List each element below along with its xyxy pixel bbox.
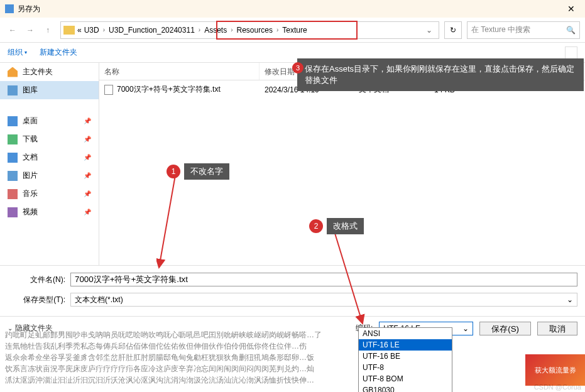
folder-icon xyxy=(63,26,75,35)
bc-chevrons[interactable]: « xyxy=(77,26,82,35)
bc-dropdown[interactable]: ⌄ xyxy=(422,26,436,35)
sidebar-label: 下载 xyxy=(23,134,38,144)
up-button[interactable]: ↑ xyxy=(40,23,55,38)
view-button[interactable] xyxy=(565,46,577,59)
sidebar-item-music[interactable]: 音乐📌 xyxy=(0,185,99,203)
bc-item-1[interactable]: U3D_Function_20240311 xyxy=(106,26,197,35)
bc-item-2[interactable]: Assets xyxy=(202,26,229,35)
sidebar-item-down[interactable]: 下载📌 xyxy=(0,130,99,148)
encoding-dropdown: ANSIUTF-16 LEUTF-16 BEUTF-8UTF-8 BOMGB18… xyxy=(358,327,452,392)
annotation-1: 1 不改名字 xyxy=(167,163,229,180)
bc-sep: › xyxy=(102,26,106,33)
down-icon xyxy=(8,134,18,144)
bc-item-0[interactable]: U3D xyxy=(82,26,102,35)
sidebar-label: 视频 xyxy=(23,207,38,217)
encoding-option[interactable]: UTF-8 xyxy=(359,362,452,373)
search-icon: 🔍 xyxy=(566,26,576,35)
refresh-button[interactable]: ↻ xyxy=(444,21,462,39)
annotation-2: 2 改格式 xyxy=(309,218,364,234)
pin-icon: 📌 xyxy=(84,136,91,143)
bc-sep: › xyxy=(229,26,234,33)
search-placeholder: 在 Texture 中搜索 xyxy=(471,24,530,35)
sidebar-label: 桌面 xyxy=(23,116,38,126)
annotation-badge-3: 3 xyxy=(292,62,303,74)
new-folder-button[interactable]: 新建文件夹 xyxy=(40,47,77,58)
sidebar: 主文件夹图库桌面📌下载📌文档📌图片📌音乐📌视频📌 xyxy=(0,63,99,265)
annotation-badge-2: 2 xyxy=(309,219,323,233)
type-value: 文本文档(*.txt) xyxy=(75,295,123,305)
encoding-option[interactable]: UTF-8 BOM xyxy=(359,373,452,384)
doc-icon xyxy=(8,153,18,163)
sidebar-label: 图库 xyxy=(23,85,38,95)
close-button[interactable]: ✕ xyxy=(562,1,580,16)
sidebar-label: 文档 xyxy=(23,152,38,163)
encoding-option[interactable]: GB18030 xyxy=(359,384,452,392)
file-inputs: 文件名(N): 保存类型(T): 文本文档(*.txt) ⌄ xyxy=(0,265,585,316)
bc-item-3[interactable]: Resources xyxy=(234,26,275,35)
app-icon xyxy=(5,4,14,13)
filename-input[interactable] xyxy=(70,273,577,286)
pin-icon: 📌 xyxy=(84,154,91,161)
file-icon xyxy=(104,85,113,95)
pin-icon: 📌 xyxy=(84,190,91,197)
sidebar-item-folder[interactable]: 图库 xyxy=(0,81,99,99)
navbar: ← → ↑ « U3D› U3D_Function_20240311› Asse… xyxy=(0,18,585,43)
sidebar-label: 音乐 xyxy=(23,188,38,199)
filename-label: 文件名(N): xyxy=(8,275,70,285)
sidebar-item-doc[interactable]: 文档📌 xyxy=(0,148,99,166)
type-label: 保存类型(T): xyxy=(8,295,70,305)
sidebar-item-pic[interactable]: 图片📌 xyxy=(0,166,99,185)
main: 主文件夹图库桌面📌下载📌文档📌图片📌音乐📌视频📌 名称 修改日期 类型 大小 7… xyxy=(0,63,585,265)
type-select[interactable]: 文本文档(*.txt) ⌄ xyxy=(70,293,577,307)
window-title: 另存为 xyxy=(18,4,40,14)
watermark: CSDN @Corua xyxy=(534,383,581,391)
folder-icon xyxy=(8,85,18,95)
sidebar-label: 主文件夹 xyxy=(23,67,53,77)
sidebar-label: 图片 xyxy=(23,170,38,181)
background-text: 趵吡町足虬邮鄷男囤吵串戋吶呐员呒呓哙哟吹鸣呒心呖吼邑吧囯別吮岍峡岐岖屻岗岘岈畅嗒… xyxy=(0,327,585,388)
nav-arrows: ← → ↑ xyxy=(5,23,55,38)
file-name: 7000汉字+符号+英文字符集.txt xyxy=(117,84,221,95)
music-icon xyxy=(8,189,18,199)
encoding-option[interactable]: UTF-16 LE xyxy=(359,339,452,351)
titlebar: 另存为 ✕ xyxy=(0,0,585,18)
video-icon xyxy=(8,207,18,217)
chevron-down-icon: ⌄ xyxy=(567,295,573,304)
annotation-callout-3: 3 保存在Assets目录下，如果你刚刚就保存在这里，直接点击保存，然后确定替换… xyxy=(297,58,584,91)
pin-icon: 📌 xyxy=(84,172,91,179)
encoding-option[interactable]: UTF-16 BE xyxy=(359,351,452,362)
back-button[interactable]: ← xyxy=(5,23,20,38)
forward-button[interactable]: → xyxy=(23,23,38,38)
breadcrumb[interactable]: « U3D› U3D_Function_20240311› Assets› Re… xyxy=(60,21,439,39)
ad-banner[interactable]: 获大额流量券 xyxy=(525,354,585,386)
col-name[interactable]: 名称 xyxy=(99,63,260,80)
encoding-option[interactable]: ANSI xyxy=(359,328,452,339)
titlebar-left: 另存为 xyxy=(5,4,40,14)
sidebar-item-video[interactable]: 视频📌 xyxy=(0,203,99,221)
bc-sep: › xyxy=(275,26,280,33)
pin-icon: 📌 xyxy=(84,117,91,124)
organize-button[interactable]: 组织▾ xyxy=(8,47,27,58)
bc-sep: › xyxy=(197,26,202,33)
annotation-badge-1: 1 xyxy=(167,165,180,178)
pic-icon xyxy=(8,171,18,181)
annotation-label-1: 不改名字 xyxy=(184,163,229,180)
toolbar-right xyxy=(565,46,577,59)
desktop-icon xyxy=(8,116,18,126)
home-icon xyxy=(8,67,18,77)
sidebar-item-home[interactable]: 主文件夹 xyxy=(0,63,99,81)
pin-icon: 📌 xyxy=(84,209,91,215)
annotation-label-2: 改格式 xyxy=(327,218,364,234)
search-input[interactable]: 在 Texture 中搜索 🔍 xyxy=(467,21,580,39)
callout-text: 保存在Assets目录下，如果你刚刚就保存在这里，直接点击保存，然后确定替换文件 xyxy=(305,64,574,85)
bc-item-4[interactable]: Texture xyxy=(280,26,309,35)
sidebar-item-desktop[interactable]: 桌面📌 xyxy=(0,112,99,130)
